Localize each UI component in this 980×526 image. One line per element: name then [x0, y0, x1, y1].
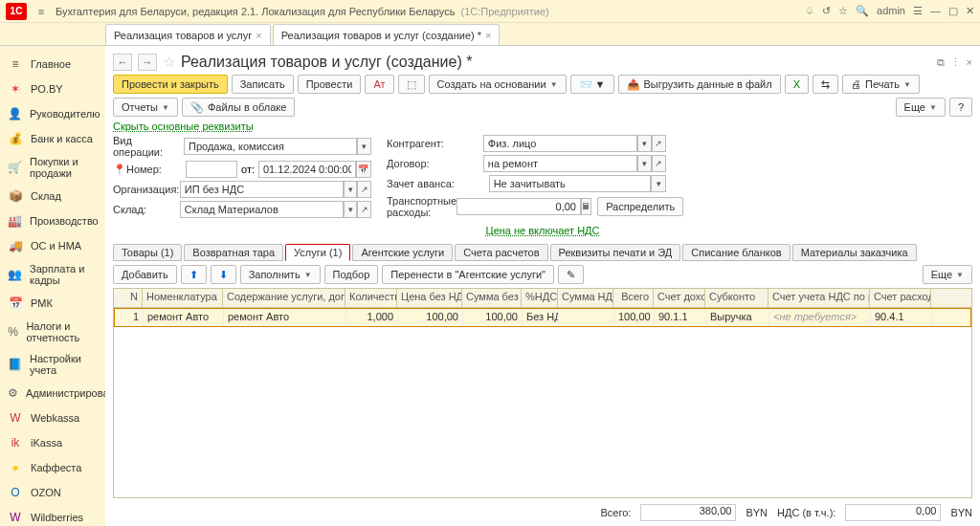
col-header[interactable]: N	[114, 289, 143, 307]
sidebar-item[interactable]: 📘Настройки учета	[0, 348, 105, 381]
help-button[interactable]: ?	[949, 98, 972, 117]
open-icon[interactable]: ↗	[652, 135, 666, 152]
excel-button[interactable]: X	[785, 75, 809, 94]
col-header[interactable]: %НДС	[522, 289, 558, 307]
user-label[interactable]: admin	[877, 5, 905, 17]
options-icon[interactable]: ⋮	[950, 56, 961, 69]
upload-button[interactable]: 📤 Выгрузить данные в файл	[618, 75, 781, 94]
nav-back-icon[interactable]: ←	[113, 54, 132, 71]
cell[interactable]: 100,00	[398, 309, 463, 326]
sidebar-item[interactable]: ●Каффеста	[0, 455, 105, 480]
col-header[interactable]: Содержание услуги, доп. сведения	[223, 289, 345, 307]
doc-tab[interactable]: Счета расчетов	[455, 244, 547, 261]
advance-select[interactable]: Не зачитывать	[489, 175, 651, 192]
vat-link[interactable]: Цена не включает НДС	[486, 225, 600, 236]
dd-icon[interactable]: ▾	[637, 135, 652, 152]
cell[interactable]: 1	[115, 309, 144, 326]
create-basis-button[interactable]: Создать на основании▼	[429, 75, 567, 94]
fill-button[interactable]: Заполнить▼	[240, 265, 321, 284]
col-header[interactable]: Сумма НДС	[558, 289, 613, 307]
sidebar-item[interactable]: OOZON	[0, 480, 105, 505]
sidebar-item[interactable]: 💰Банк и касса	[0, 126, 105, 151]
reports-button[interactable]: Отчеты▼	[113, 98, 178, 117]
struct-button[interactable]: ⬚	[398, 75, 425, 94]
tab-1[interactable]: Реализация товаров и услуг×	[105, 24, 271, 45]
col-header[interactable]: Счет расходов	[870, 289, 931, 307]
col-header[interactable]: Количество	[345, 289, 397, 307]
date-input[interactable]	[258, 161, 356, 178]
close-page-icon[interactable]: ×	[967, 56, 972, 69]
col-header[interactable]: Субконто	[705, 289, 768, 307]
edit-grid-button[interactable]: ✎	[558, 265, 584, 284]
sidebar-item[interactable]: 📦Склад	[0, 184, 105, 208]
doc-tab[interactable]: Материалы заказчика	[792, 244, 917, 261]
detach-icon[interactable]: ⧉	[937, 56, 945, 69]
cell[interactable]: Выручка	[706, 309, 769, 326]
sidebar-item[interactable]: 👥Зарплата и кадры	[0, 258, 105, 291]
transport-input[interactable]	[457, 198, 581, 215]
star-icon[interactable]: ☆	[838, 5, 848, 17]
col-header[interactable]: Цена без НДС	[397, 289, 462, 307]
number-input[interactable]	[186, 161, 237, 178]
pick-button[interactable]: Подбор	[324, 265, 379, 284]
sidebar-item[interactable]: WWebkassa	[0, 405, 105, 430]
cell[interactable]: <не требуется>	[769, 309, 871, 326]
tab-close-icon[interactable]: ×	[256, 30, 261, 41]
maximize-icon[interactable]: ▢	[948, 5, 958, 17]
sidebar-item[interactable]: ✶PO.BY	[0, 77, 105, 101]
doc-tab[interactable]: Реквизиты печати и ЭД	[550, 244, 681, 261]
contragent-select[interactable]: Физ. лицо	[483, 135, 637, 152]
sidebar-item[interactable]: 🏭Производство	[0, 208, 105, 233]
cell[interactable]: 90.4.1	[871, 309, 932, 326]
sidebar-item[interactable]: %Налоги и отчетность	[0, 316, 105, 348]
cell[interactable]: 100,00	[463, 309, 523, 326]
pin-icon[interactable]: 📍	[113, 164, 126, 176]
contract-select[interactable]: на ремонт	[483, 155, 637, 172]
post-button[interactable]: Провести	[298, 75, 362, 94]
sidebar-item[interactable]: ≡Главное	[0, 52, 105, 77]
dd-icon[interactable]: ▾	[344, 181, 358, 198]
hide-main-link[interactable]: Скрыть основные реквизиты	[113, 121, 254, 132]
cell[interactable]	[559, 309, 614, 326]
cell[interactable]: ремонт Авто	[144, 309, 224, 326]
col-header[interactable]: Счет учета НДС по реализации	[768, 289, 870, 307]
org-select[interactable]: ИП без НДС	[180, 181, 344, 198]
open-icon[interactable]: ↗	[652, 155, 666, 172]
add-button[interactable]: Добавить	[113, 265, 177, 284]
cell[interactable]: Без НДС	[523, 309, 559, 326]
more-button[interactable]: Еще▼	[896, 98, 946, 117]
write-button[interactable]: Записать	[232, 75, 294, 94]
doc-tab[interactable]: Возвратная тара	[184, 244, 283, 261]
sidebar-item[interactable]: 📅РМК	[0, 291, 105, 316]
wh-select[interactable]: Склад Материалов	[180, 201, 344, 218]
sidebar-item[interactable]: 🚚ОС и НМА	[0, 233, 105, 258]
print-button[interactable]: 🖨 Печать▼	[842, 75, 920, 94]
table-row[interactable]: 1ремонт Авторемонт Авто1,000100,00100,00…	[114, 308, 971, 327]
grid-more-button[interactable]: Еще▼	[923, 265, 972, 284]
sidebar-item[interactable]: WWildberries	[0, 505, 105, 526]
calc-icon[interactable]: 🖩	[581, 198, 591, 215]
move-agent-button[interactable]: Перенести в "Агентские услуги"	[382, 265, 554, 284]
history-icon[interactable]: ↺	[822, 5, 831, 17]
dtkt-button[interactable]: Ат	[365, 75, 393, 94]
sidebar-item[interactable]: 🛒Покупки и продажи	[0, 151, 105, 184]
op-type-select[interactable]: Продажа, комиссия	[184, 138, 357, 155]
doc-tab[interactable]: Услуги (1)	[285, 244, 350, 261]
sidebar-item[interactable]: ikiKassa	[0, 430, 105, 455]
nav-fwd-icon[interactable]: →	[138, 54, 157, 71]
tab-2[interactable]: Реализация товаров и услуг (создание) *×	[273, 24, 501, 45]
menu-icon[interactable]: ☰	[913, 5, 923, 17]
post-close-button[interactable]: Провести и закрыть	[113, 75, 228, 94]
bell-icon[interactable]: ♤	[805, 5, 814, 17]
doc-tab[interactable]: Товары (1)	[113, 244, 182, 261]
cell[interactable]: 100,00	[614, 309, 655, 326]
services-grid[interactable]: NНоменклатураСодержание услуги, доп. све…	[113, 288, 972, 498]
col-header[interactable]: Всего	[613, 289, 654, 307]
tab-close-icon[interactable]: ×	[485, 30, 491, 41]
files-button[interactable]: 📎 Файлы в облаке	[182, 98, 295, 117]
col-header[interactable]: Номенклатура	[143, 289, 223, 307]
cell[interactable]: 1,000	[346, 309, 398, 326]
calendar-icon[interactable]: 📅	[356, 161, 371, 178]
dd-icon[interactable]: ▾	[651, 175, 666, 192]
col-header[interactable]: Сумма без НДС	[462, 289, 522, 307]
